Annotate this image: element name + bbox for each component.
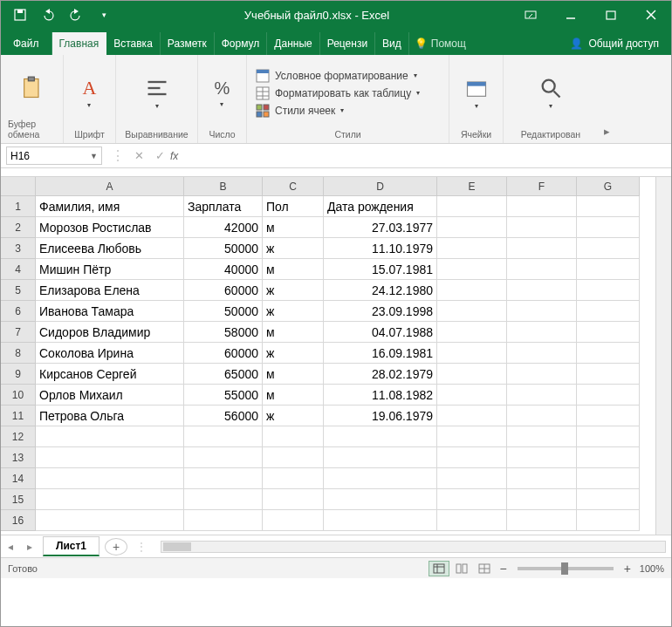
cell[interactable]: ж: [263, 238, 324, 259]
cell[interactable]: [577, 322, 640, 343]
font-button[interactable]: А▾: [79, 75, 100, 111]
zoom-slider[interactable]: [518, 567, 614, 570]
alignment-button[interactable]: ▾: [141, 74, 173, 112]
cell[interactable]: [184, 510, 263, 531]
cell[interactable]: [437, 301, 507, 322]
cell[interactable]: [263, 447, 324, 468]
cell[interactable]: ж: [263, 343, 324, 364]
cell[interactable]: 11.08.1982: [324, 385, 437, 406]
view-page-layout-icon[interactable]: [451, 561, 472, 576]
cell[interactable]: [577, 196, 640, 217]
cell[interactable]: [507, 489, 577, 510]
conditional-formatting-button[interactable]: Условное форматирование▾: [254, 68, 422, 84]
cell[interactable]: [437, 426, 507, 447]
zoom-in-icon[interactable]: +: [621, 562, 634, 576]
col-header[interactable]: C: [263, 177, 324, 196]
cell[interactable]: [507, 426, 577, 447]
row-header[interactable]: 15: [1, 489, 36, 510]
cell[interactable]: 58000: [184, 322, 263, 343]
cell[interactable]: м: [263, 322, 324, 343]
cell[interactable]: 56000: [184, 406, 263, 426]
row-header[interactable]: 14: [1, 468, 36, 489]
select-all-corner[interactable]: [1, 177, 36, 196]
cell[interactable]: [507, 322, 577, 343]
cell[interactable]: [324, 447, 437, 468]
cell[interactable]: [507, 343, 577, 364]
cell[interactable]: [437, 259, 507, 280]
cell[interactable]: [324, 426, 437, 447]
cell[interactable]: [184, 489, 263, 510]
cell[interactable]: [184, 468, 263, 489]
cell[interactable]: [577, 510, 640, 531]
cell[interactable]: Пол: [263, 196, 324, 217]
cell[interactable]: Мишин Пётр: [36, 259, 184, 280]
cell[interactable]: 50000: [184, 301, 263, 322]
cell[interactable]: 19.06.1979: [324, 406, 437, 426]
cell[interactable]: [437, 343, 507, 364]
cell[interactable]: Соколова Ирина: [36, 343, 184, 364]
row-header[interactable]: 9: [1, 364, 36, 385]
confirm-formula-icon[interactable]: ✓: [149, 149, 170, 162]
cell[interactable]: Сидоров Владимир: [36, 322, 184, 343]
tab-data[interactable]: Данные: [267, 32, 319, 55]
format-as-table-button[interactable]: Форматировать как таблицу▾: [254, 85, 422, 101]
tab-home[interactable]: Главная: [52, 32, 107, 55]
sheet-tab[interactable]: Лист1: [43, 536, 99, 556]
cell[interactable]: 23.09.1998: [324, 301, 437, 322]
cell[interactable]: Елизарова Елена: [36, 280, 184, 301]
row-header[interactable]: 5: [1, 280, 36, 301]
row-header[interactable]: 13: [1, 447, 36, 468]
cell[interactable]: 65000: [184, 364, 263, 385]
cell[interactable]: 50000: [184, 238, 263, 259]
col-header[interactable]: A: [36, 177, 184, 196]
cell[interactable]: 60000: [184, 343, 263, 364]
col-header[interactable]: F: [507, 177, 577, 196]
cell[interactable]: 28.02.1979: [324, 364, 437, 385]
cell[interactable]: 27.03.1977: [324, 217, 437, 238]
cell[interactable]: [324, 489, 437, 510]
cell[interactable]: 42000: [184, 217, 263, 238]
cell[interactable]: [507, 406, 577, 426]
cell[interactable]: [437, 468, 507, 489]
cell[interactable]: [507, 468, 577, 489]
cell[interactable]: [437, 238, 507, 259]
cell[interactable]: [437, 196, 507, 217]
tab-review[interactable]: Рецензи: [320, 32, 375, 55]
cell[interactable]: [577, 426, 640, 447]
tab-insert[interactable]: Вставка: [106, 32, 161, 55]
cell[interactable]: м: [263, 385, 324, 406]
save-icon[interactable]: [8, 4, 32, 25]
cell[interactable]: [184, 426, 263, 447]
cell[interactable]: [437, 322, 507, 343]
fx-icon[interactable]: fx: [170, 150, 178, 162]
cell[interactable]: м: [263, 364, 324, 385]
cell[interactable]: [263, 426, 324, 447]
row-header[interactable]: 3: [1, 238, 36, 259]
cell[interactable]: [507, 238, 577, 259]
cell[interactable]: [263, 489, 324, 510]
row-header[interactable]: 8: [1, 343, 36, 364]
cell[interactable]: [437, 385, 507, 406]
redo-icon[interactable]: [64, 4, 88, 25]
cell[interactable]: [36, 510, 184, 531]
cell[interactable]: [437, 280, 507, 301]
cell[interactable]: м: [263, 259, 324, 280]
formula-input[interactable]: [183, 147, 671, 165]
share-button[interactable]: 👤Общий доступ: [558, 32, 671, 55]
row-header[interactable]: 11: [1, 406, 36, 426]
cell[interactable]: [507, 301, 577, 322]
cell[interactable]: Петрова Ольга: [36, 406, 184, 426]
chevron-down-icon[interactable]: ▼: [90, 152, 98, 160]
close-icon[interactable]: [631, 2, 671, 28]
cell[interactable]: Фамилия, имя: [36, 196, 184, 217]
row-header[interactable]: 7: [1, 322, 36, 343]
cell[interactable]: [437, 447, 507, 468]
tab-view[interactable]: Вид: [375, 32, 409, 55]
cancel-formula-icon[interactable]: ✕: [128, 149, 149, 162]
cell[interactable]: ж: [263, 301, 324, 322]
cell[interactable]: [507, 280, 577, 301]
cell[interactable]: [437, 510, 507, 531]
cell[interactable]: [324, 468, 437, 489]
tab-layout[interactable]: Разметк: [161, 32, 215, 55]
cell[interactable]: [507, 364, 577, 385]
